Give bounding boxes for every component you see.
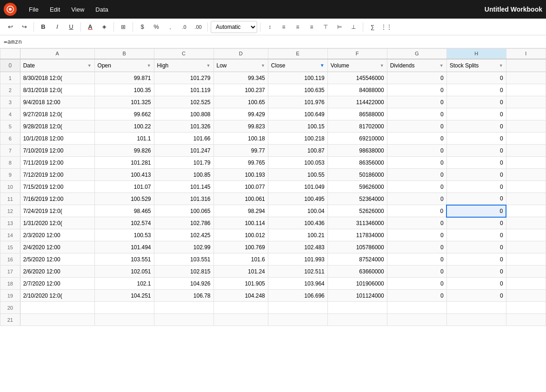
header-open-sort[interactable]: ▼ bbox=[147, 63, 151, 68]
cell-high[interactable]: 101.79 bbox=[154, 157, 213, 169]
cell-empty-i[interactable] bbox=[506, 72, 546, 84]
cell-dividends[interactable]: 0 bbox=[387, 72, 446, 84]
cell-volume[interactable]: 52364000 bbox=[327, 193, 387, 205]
cell-empty-i[interactable] bbox=[506, 205, 546, 217]
cell-low[interactable] bbox=[213, 314, 268, 326]
header-stock-splits[interactable]: Stock Splits ▼ bbox=[446, 59, 506, 72]
cell-date[interactable]: 2/4/2020 12:00 bbox=[20, 241, 94, 253]
menu-data[interactable]: Data bbox=[91, 4, 113, 15]
cell-dividends[interactable]: 0 bbox=[387, 241, 446, 253]
font-color-button[interactable]: A bbox=[84, 20, 97, 33]
header-dividends[interactable]: Dividends ▼ bbox=[387, 59, 446, 72]
col-header-a[interactable]: A bbox=[20, 49, 94, 59]
cell-volume[interactable]: 84088000 bbox=[327, 84, 387, 96]
cell-low[interactable]: 100.193 bbox=[213, 169, 268, 181]
cell-volume[interactable]: 69210000 bbox=[327, 133, 387, 145]
cell-low[interactable]: 100.769 bbox=[213, 241, 268, 253]
col-header-f[interactable]: F bbox=[327, 49, 387, 59]
cell-date[interactable]: 1/31/2020 12:0( bbox=[20, 217, 94, 229]
cell-empty-i[interactable] bbox=[506, 193, 546, 205]
cell-high[interactable]: 101.119 bbox=[154, 84, 213, 96]
cell-empty-i[interactable] bbox=[506, 290, 546, 302]
cell-high[interactable]: 102.425 bbox=[154, 229, 213, 241]
valign-bot-button[interactable]: ⊥ bbox=[347, 20, 360, 33]
cell-close[interactable]: 100.87 bbox=[268, 145, 327, 157]
cell-low[interactable]: 100.061 bbox=[213, 193, 268, 205]
decimal2-button[interactable]: .00 bbox=[192, 20, 205, 33]
cell-open[interactable]: 100.53 bbox=[94, 229, 154, 241]
cell-empty-i[interactable] bbox=[506, 217, 546, 229]
header-low-sort[interactable]: ▼ bbox=[261, 63, 265, 68]
cell-dividends[interactable]: 0 bbox=[387, 120, 446, 133]
cell-low[interactable]: 100.114 bbox=[213, 217, 268, 229]
cell-dividends[interactable] bbox=[387, 302, 446, 314]
cell-dividends[interactable]: 0 bbox=[387, 133, 446, 145]
cell-volume[interactable] bbox=[327, 314, 387, 326]
cell-close[interactable]: 100.21 bbox=[268, 229, 327, 241]
cell-high[interactable]: 101.316 bbox=[154, 193, 213, 205]
header-close[interactable]: Close ▼ bbox=[268, 59, 327, 72]
cell-dividends[interactable]: 0 bbox=[387, 229, 446, 241]
cell-close[interactable]: 102.511 bbox=[268, 266, 327, 278]
col-header-c[interactable]: C bbox=[154, 49, 213, 59]
cell-stock-splits[interactable]: 0 bbox=[446, 217, 506, 229]
cell-open[interactable]: 102.1 bbox=[94, 278, 154, 290]
more-button[interactable]: ⋮⋮ bbox=[380, 20, 393, 33]
header-open[interactable]: Open ▼ bbox=[94, 59, 154, 72]
cell-dividends[interactable]: 0 bbox=[387, 169, 446, 181]
cell-low[interactable]: 101.6 bbox=[213, 253, 268, 266]
cell-low[interactable]: 100.012 bbox=[213, 229, 268, 241]
cell-empty-i[interactable] bbox=[506, 133, 546, 145]
cell-low[interactable]: 100.077 bbox=[213, 181, 268, 193]
cell-low[interactable]: 99.77 bbox=[213, 145, 268, 157]
cell-close[interactable] bbox=[268, 302, 327, 314]
cell-dividends[interactable]: 0 bbox=[387, 266, 446, 278]
header-dividends-sort[interactable]: ▼ bbox=[439, 63, 444, 68]
cell-high[interactable]: 100.85 bbox=[154, 169, 213, 181]
cell-close[interactable]: 100.04 bbox=[268, 205, 327, 217]
cell-date[interactable]: 2/5/2020 12:00 bbox=[20, 253, 94, 266]
header-stock-splits-sort[interactable]: ▼ bbox=[499, 63, 503, 68]
fill-color-button[interactable]: ◈ bbox=[98, 20, 111, 33]
cell-volume[interactable]: 101124000 bbox=[327, 290, 387, 302]
cell-open[interactable]: 99.871 bbox=[94, 72, 154, 84]
format-dropdown[interactable]: Automatic Plain Text Number Percent Curr… bbox=[211, 21, 257, 33]
cell-high[interactable] bbox=[154, 302, 213, 314]
cell-stock-splits[interactable]: 0 bbox=[446, 278, 506, 290]
cell-open[interactable]: 102.051 bbox=[94, 266, 154, 278]
comma-button[interactable]: , bbox=[164, 20, 177, 33]
cell-low[interactable]: 99.345 bbox=[213, 72, 268, 84]
align-right-button[interactable]: ≡ bbox=[305, 20, 318, 33]
cell-open[interactable]: 100.413 bbox=[94, 169, 154, 181]
currency-button[interactable]: $ bbox=[136, 20, 149, 33]
cell-low[interactable]: 100.237 bbox=[213, 84, 268, 96]
cell-close[interactable]: 100.55 bbox=[268, 169, 327, 181]
cell-date[interactable]: 7/16/2019 12:00 bbox=[20, 193, 94, 205]
cell-high[interactable]: 101.145 bbox=[154, 181, 213, 193]
cell-open[interactable]: 101.1 bbox=[94, 133, 154, 145]
cell-stock-splits[interactable]: 0 bbox=[446, 266, 506, 278]
cell-open[interactable] bbox=[94, 302, 154, 314]
cell-open[interactable]: 101.325 bbox=[94, 96, 154, 108]
cell-high[interactable]: 104.926 bbox=[154, 278, 213, 290]
cell-stock-splits[interactable] bbox=[446, 314, 506, 326]
cell-high[interactable]: 100.808 bbox=[154, 108, 213, 120]
cell-open[interactable]: 101.281 bbox=[94, 157, 154, 169]
valign-mid-button[interactable]: ⊨ bbox=[333, 20, 346, 33]
cell-dividends[interactable]: 0 bbox=[387, 278, 446, 290]
cell-open[interactable]: 98.465 bbox=[94, 205, 154, 217]
menu-edit[interactable]: Edit bbox=[45, 4, 65, 15]
cell-close[interactable]: 100.495 bbox=[268, 193, 327, 205]
cell-stock-splits[interactable]: 0 bbox=[446, 120, 506, 133]
cell-empty-i[interactable] bbox=[506, 253, 546, 266]
cell-open[interactable]: 100.35 bbox=[94, 84, 154, 96]
cell-stock-splits[interactable]: 0 bbox=[446, 133, 506, 145]
cell-low[interactable]: 101.905 bbox=[213, 278, 268, 290]
percent-button[interactable]: % bbox=[150, 20, 163, 33]
cell-dividends[interactable]: 0 bbox=[387, 253, 446, 266]
cell-date[interactable]: 2/7/2020 12:00 bbox=[20, 278, 94, 290]
decimal-button[interactable]: .0 bbox=[178, 20, 191, 33]
cell-volume[interactable] bbox=[327, 302, 387, 314]
menu-file[interactable]: File bbox=[24, 4, 43, 15]
cell-stock-splits[interactable]: 0 bbox=[446, 169, 506, 181]
